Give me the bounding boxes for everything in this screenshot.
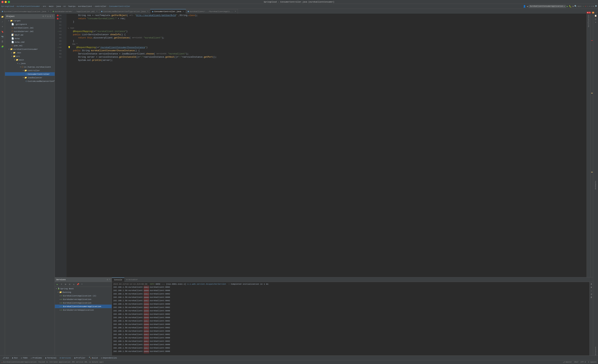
tree-item-mvnw-cmd[interactable]: 📄 mvnw.cmd <box>5 40 55 44</box>
tree-item-loadbalancer[interactable]: ▼ 📁 loadbalancer <box>5 76 55 79</box>
svc-item-eureka-server-ha[interactable]: ▶ ▶ EurekaServerHAApplication <box>55 308 112 312</box>
svc-run-btn[interactable]: ▶ <box>56 283 59 286</box>
console-clear[interactable]: 🗑 <box>590 296 592 298</box>
console-print[interactable]: 🖨 <box>590 293 592 295</box>
db-icon[interactable]: 🗄 <box>1 40 4 43</box>
nav-debug-btn[interactable]: 🐛 <box>569 5 572 8</box>
code-editor[interactable]: 38 39 40 41 42 ✓ 43 44 45 46 47 ✓ <box>55 14 593 277</box>
project-list-icon[interactable]: ≡ <box>45 15 46 18</box>
svc-grid-btn[interactable]: ⊞ <box>64 283 67 286</box>
tool-git[interactable]: ⎇ Git <box>1 356 10 360</box>
tree-item-eurekaclient-iml[interactable]: ⬡ eurekaClient.iml <box>5 26 55 30</box>
breakpoint-39[interactable] <box>57 18 58 20</box>
status-encoding[interactable]: UTF-8 <box>581 361 586 363</box>
project-icon[interactable]: 📁 <box>1 15 4 18</box>
tab-app-yml[interactable]: eurekaServerHA/.../application.yml × <box>51 9 99 14</box>
project-settings-icon[interactable]: ⚙ <box>50 15 51 18</box>
close-button[interactable] <box>1 1 4 3</box>
svc-pin-btn[interactable]: 📌 <box>76 283 80 286</box>
breakpoint-38[interactable] <box>57 15 58 16</box>
tree-item-lb-config[interactable]: C CustomLoadBalancerConfiguration <box>5 79 55 83</box>
tree-item-controller[interactable]: ▼ 📁 controller <box>5 69 55 72</box>
notifications-tab[interactable]: Notifications <box>588 15 590 27</box>
bookmarks-label[interactable]: Bookmarks <box>595 181 597 189</box>
bc-consumer-ctrl[interactable]: ConsumerController <box>109 5 130 8</box>
search-everywhere-icon[interactable]: 🔎 <box>594 5 597 8</box>
bookmark-icon[interactable]: 🔖 <box>1 30 4 33</box>
bulb-icon[interactable]: 💡 <box>68 46 71 49</box>
settings-icon[interactable]: ⚙ <box>592 5 594 8</box>
tab-close-lb[interactable]: × <box>147 10 148 12</box>
svc-expand-icon[interactable]: × <box>109 278 110 281</box>
right-panel-icon-1[interactable]: 📋 <box>594 15 597 17</box>
tool-build[interactable]: 🔨 Build <box>87 356 99 360</box>
undo-icon[interactable]: ↶ <box>589 5 590 8</box>
svc-item-eureka-client[interactable]: ▶ ▶ EurekaClientApplication <box>55 301 112 305</box>
tab-expand-icon[interactable]: ⌄ <box>595 11 597 14</box>
bc-eurekaclient[interactable]: eurekaClientConsumer <box>17 5 40 8</box>
tree-item-consumer-ctrl[interactable]: C ConsumerController <box>5 72 55 76</box>
commit-icon[interactable]: ✓ <box>1 20 4 24</box>
console-scroll-down[interactable]: ▼ <box>591 286 592 289</box>
bc-cc[interactable]: cc <box>63 5 66 8</box>
tree-item-eurekaserver-iml[interactable]: ⬡ eurekaServer.iml <box>5 30 55 33</box>
tree-item-eurekaclientconsumer[interactable]: ▼ 📁 eurekaClientConsumer <box>5 47 55 51</box>
tool-terminal[interactable]: ▮ Terminal <box>44 356 58 360</box>
tree-item-pom-xml[interactable]: ⬡ pom.xml <box>5 44 55 47</box>
svc-item-running[interactable]: ▼ 📁 Running <box>55 290 112 294</box>
tab-close-yml[interactable]: × <box>96 10 97 12</box>
bc-java[interactable]: java <box>56 5 61 8</box>
tree-item-cc-package[interactable]: ▼ ⬡ cc.huerpu.eurekaclient <box>5 65 55 69</box>
bc-springcloud[interactable]: SpringCloud <box>1 5 14 8</box>
tool-problems[interactable]: ⚠ Problems <box>29 356 43 360</box>
tab-close-eureka[interactable]: × <box>235 10 236 12</box>
bc-eurekaclient2[interactable]: eurekaclient <box>78 5 92 8</box>
console-soft-wrap[interactable]: ↩ <box>591 290 592 292</box>
console-scroll-up[interactable]: ▲ <box>591 283 592 285</box>
tree-item-src[interactable]: ▼ 📁 src <box>5 54 55 58</box>
structure-label[interactable]: Structure <box>595 347 597 356</box>
bc-huerpu[interactable]: huerpu <box>68 5 75 8</box>
svc-filter-btn[interactable]: ⊟ <box>68 283 71 286</box>
tool-profiler[interactable]: ◑ Profiler <box>73 356 87 360</box>
tree-item-mvnw[interactable]: 📄 mvnw <box>5 37 55 40</box>
redo-icon[interactable]: ↷ <box>591 5 592 8</box>
structure-icon[interactable]: ≡ <box>1 25 4 28</box>
tree-item-mvn-folder[interactable]: ▶ 📁 .mvn <box>5 51 55 54</box>
tab-lb-config[interactable]: CustomLoadBalancerConfiguration.java × <box>99 9 150 14</box>
status-indent[interactable]: 4 spaces <box>588 361 597 363</box>
nav-run-btn[interactable]: ▶ <box>567 5 568 8</box>
right-panel-icon-2[interactable]: ◫ <box>595 18 596 20</box>
project-gear-icon[interactable]: ⚙ <box>42 15 44 18</box>
nav-coverage-btn[interactable]: ◑ <box>572 5 573 8</box>
nav-back-icon[interactable]: ◀ <box>527 5 528 8</box>
maximize-button[interactable] <box>8 1 10 3</box>
svc-item-spring-boot[interactable]: ▼ 🍃 Spring Boot <box>55 287 112 290</box>
project-close-icon[interactable]: × <box>52 15 53 18</box>
tree-item-help-md[interactable]: 📝 HELP.md <box>5 33 55 37</box>
project-sort-icon[interactable]: ⇅ <box>47 15 49 18</box>
svc-item-eureka-consumer[interactable]: ▶ ▶ EurekaClientConsumerApplication <box>55 305 112 308</box>
svc-sort-btn[interactable]: ⇅ <box>72 283 75 286</box>
tab-app-java[interactable]: EurekaClientConsumerApplication.java × <box>0 9 51 14</box>
console-tab-actuator[interactable]: ⚙ Actuator <box>124 277 140 282</box>
status-line-sep[interactable]: CRLF <box>574 361 578 363</box>
run-config-dropdown[interactable]: EurekaClientConsumerApplication ▾ <box>529 5 566 8</box>
tree-item-target[interactable]: ▶ 📁 target <box>5 19 55 22</box>
tab-consumer-ctrl[interactable]: ConsumerController.java × <box>150 9 186 14</box>
bc-main[interactable]: main <box>49 5 53 8</box>
nav-search-icon[interactable]: 🔍 <box>574 5 577 8</box>
tool-services[interactable]: ⚙ Services <box>58 356 72 360</box>
svc-gear-icon[interactable]: ⚙ <box>107 278 108 281</box>
tool-dependencies[interactable]: ◻ Dependencies <box>100 356 118 360</box>
right-panel-icon-3[interactable]: ≡ <box>595 21 596 24</box>
status-git-branch[interactable]: ⎇ master <box>563 361 572 363</box>
tab-close-app-java[interactable]: × <box>48 10 49 12</box>
tool-run[interactable]: ▶ Run <box>11 356 19 360</box>
bc-controller[interactable]: controller <box>95 5 107 8</box>
svc-item-eureka-client-2[interactable]: ▶ ▶ EurekaClientApplication (2) <box>55 294 112 298</box>
minimize-button[interactable] <box>5 1 7 3</box>
puzzle-icon[interactable]: 🧩 <box>1 45 4 49</box>
tab-eureka-app[interactable]: eurekaClient/.../EurekaClientAppli... × <box>186 9 238 14</box>
tree-item-gitignore[interactable]: 📄 .gitignore <box>5 22 55 26</box>
